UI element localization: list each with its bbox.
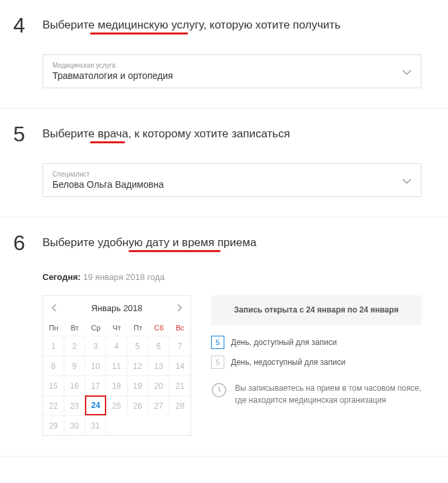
step-6-section: 6 Выберите удобную дату и время приема С… (0, 218, 448, 456)
legend-available-box: 5 (211, 336, 224, 349)
calendar-dow-row: ПнВтСрЧтПтСбВс (43, 320, 190, 336)
calendar-day-cell[interactable]: 12 (127, 356, 149, 376)
calendar-day-cell[interactable]: 22 (43, 395, 64, 415)
step-5-title: Выберите врача, к которому хотите записа… (42, 122, 290, 141)
calendar-day-cell[interactable]: 18 (106, 376, 127, 395)
calendar-dow-cell: Пт (127, 320, 149, 336)
calendar-day-cell[interactable]: 7 (169, 336, 190, 356)
legend: Запись открыта с 24 января по 24 января … (211, 295, 421, 406)
service-dropdown[interactable]: Медицинская услуга Травматология и ортоп… (42, 54, 421, 88)
calendar-prev-button[interactable] (47, 301, 60, 314)
calendar-day-cell[interactable]: 28 (169, 395, 190, 415)
calendar-legend-wrap: Январь 2018 ПнВтСрЧтПтСбВс 1234567891011… (42, 295, 421, 436)
calendar-day-cell[interactable]: 26 (127, 395, 149, 415)
step-6-header: 6 Выберите удобную дату и время приема (13, 231, 421, 255)
calendar-day-cell[interactable]: 30 (64, 415, 86, 435)
calendar-day-cell[interactable]: 19 (127, 376, 149, 395)
calendar-header: Январь 2018 (43, 296, 190, 320)
step-5-section: 5 Выберите врача, к которому хотите запи… (0, 109, 448, 218)
calendar-month-label: Январь 2018 (91, 303, 142, 313)
calendar-day-cell[interactable]: 4 (106, 336, 127, 356)
doctor-dropdown-label: Специалист (52, 171, 394, 178)
calendar-dow-cell: Вс (169, 320, 190, 336)
timezone-row: Вы записываетесь на прием в том часовом … (211, 382, 421, 406)
calendar-day-cell[interactable]: 8 (43, 356, 64, 376)
step-5-header: 5 Выберите врача, к которому хотите запи… (13, 122, 421, 147)
calendar-day-cell[interactable]: 31 (85, 415, 106, 435)
step-5-number: 5 (13, 122, 29, 147)
step-4-header: 4 Выберите медицинскую услугу, которую х… (13, 13, 421, 38)
step-4-title-text: Выберите медицинскую услугу, которую хот… (42, 19, 340, 31)
calendar-day-cell[interactable]: 6 (149, 336, 170, 356)
calendar-day-cell[interactable]: 15 (43, 376, 64, 395)
calendar-dow-cell: Ср (85, 320, 106, 336)
calendar-day-cell[interactable]: 13 (149, 356, 170, 376)
annotation-underline (90, 33, 188, 34)
calendar-day-cell[interactable]: 24 (85, 395, 106, 415)
doctor-dropdown-value: Белова Ольга Вадимовна (52, 179, 164, 190)
step-6-content: Сегодня: 19 января 2018 года Январь 2018… (42, 272, 421, 436)
today-label: Сегодня: (42, 272, 81, 282)
today-date: 19 января 2018 года (81, 272, 165, 282)
service-dropdown-label: Медицинская услуга (52, 62, 394, 69)
clock-icon (211, 382, 227, 398)
calendar-dow-cell: Сб (149, 320, 170, 336)
calendar-day-cell[interactable]: 11 (106, 356, 127, 376)
chevron-down-icon (402, 175, 411, 186)
calendar-day-cell[interactable]: 1 (43, 336, 64, 356)
service-dropdown-value: Травматология и ортопедия (52, 70, 173, 81)
step-6-number: 6 (13, 231, 29, 255)
step-4-title: Выберите медицинскую услугу, которую хот… (42, 13, 340, 32)
calendar-dow-cell: Чт (106, 320, 127, 336)
timezone-text: Вы записываетесь на прием в том часовом … (235, 382, 421, 406)
calendar-day-cell[interactable]: 25 (106, 395, 127, 415)
calendar-day-cell[interactable]: 17 (85, 376, 106, 395)
calendar-day-cell[interactable]: 14 (169, 356, 190, 376)
step-5-title-text: Выберите врача, к которому хотите записа… (42, 127, 290, 140)
calendar-day-cell[interactable]: 9 (64, 356, 86, 376)
calendar-days-grid: 1234567891011121314151617181920212223242… (43, 336, 190, 435)
legend-available-row: 5 День, доступный для записи (211, 336, 421, 349)
calendar-day-cell[interactable]: 21 (169, 376, 190, 395)
calendar-next-button[interactable] (173, 301, 187, 314)
calendar-day-cell[interactable]: 20 (149, 376, 170, 395)
legend-banner: Запись открыта с 24 января по 24 января (211, 295, 421, 325)
calendar-day-cell[interactable]: 10 (85, 356, 106, 376)
legend-available-text: День, доступный для записи (231, 338, 336, 347)
step-6-title-text: Выберите удобную дату и время приема (42, 236, 256, 249)
calendar-day-cell[interactable]: 23 (64, 395, 86, 415)
today-line: Сегодня: 19 января 2018 года (42, 272, 421, 282)
calendar-day-cell[interactable]: 2 (64, 336, 86, 356)
legend-unavailable-box: 5 (211, 356, 224, 369)
legend-unavailable-row: 5 День, недоступный для записи (211, 356, 421, 369)
calendar-day-cell[interactable]: 29 (43, 415, 64, 435)
calendar-dow-cell: Вт (64, 320, 86, 336)
doctor-dropdown[interactable]: Специалист Белова Ольга Вадимовна (42, 163, 421, 197)
calendar-day-cell[interactable]: 5 (127, 336, 149, 356)
calendar-dow-cell: Пн (43, 320, 64, 336)
calendar-day-cell[interactable]: 16 (64, 376, 86, 395)
step-4-section: 4 Выберите медицинскую услугу, которую х… (0, 0, 448, 109)
chevron-down-icon (402, 66, 411, 77)
calendar-day-cell[interactable]: 27 (149, 395, 170, 415)
legend-unavailable-text: День, недоступный для записи (231, 358, 345, 367)
annotation-underline (129, 250, 220, 252)
calendar: Январь 2018 ПнВтСрЧтПтСбВс 1234567891011… (42, 295, 191, 436)
calendar-day-cell[interactable]: 3 (85, 336, 106, 356)
annotation-underline (90, 141, 125, 143)
step-4-number: 4 (13, 13, 29, 38)
step-6-title: Выберите удобную дату и время приема (42, 231, 256, 249)
